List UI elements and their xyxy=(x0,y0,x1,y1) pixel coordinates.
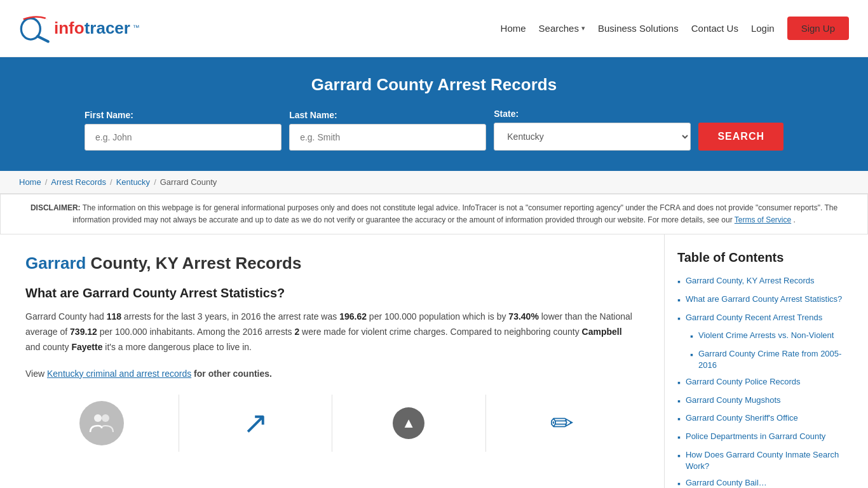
article-title: Garrard County, KY Arrest Records xyxy=(25,254,639,273)
first-name-input[interactable] xyxy=(85,124,281,151)
searches-chevron-icon: ▾ xyxy=(581,24,585,32)
header: infotracer ™ Home Searches ▾ Business So… xyxy=(0,0,868,57)
body-text-8: it's a more dangerous place to live in. xyxy=(102,342,252,352)
svg-point-2 xyxy=(94,414,102,422)
toc-link-10[interactable]: How Does Garrard County Inmate Search Wo… xyxy=(686,449,855,472)
body-text-2: arrests for the last 3 years, in 2016 th… xyxy=(121,311,339,322)
state-label: State: xyxy=(494,109,691,119)
county2: Fayette xyxy=(71,342,102,352)
toc-link-4[interactable]: Violent Crime Arrests vs. Non-Violent xyxy=(698,330,834,341)
breadcrumb-bar: Home / Arrest Records / Kentucky / Garra… xyxy=(0,171,868,194)
toc-link-5[interactable]: Garrard County Crime Rate from 2005-2016 xyxy=(698,348,855,371)
page-title: Garrard County Arrest Records xyxy=(19,75,849,95)
toc-link-3[interactable]: Garrard County Recent Arrest Trends xyxy=(686,312,822,323)
pencil-icon: ✏ xyxy=(540,401,585,445)
disclaimer: DISCLAIMER: The information on this webp… xyxy=(0,194,868,234)
toc-link-9[interactable]: Police Departments in Garrard County xyxy=(686,431,825,442)
body-text-1: Garrard County had xyxy=(25,311,107,322)
body-text-7: and county xyxy=(25,342,71,352)
breadcrumb-current: Garrard County xyxy=(160,177,217,187)
icon-cell-1 xyxy=(25,395,179,452)
arrow-up-icon: ↗ xyxy=(233,401,278,445)
first-name-group: First Name: xyxy=(85,110,281,151)
percent: 73.40% xyxy=(508,311,538,322)
search-button[interactable]: SEARCH xyxy=(698,123,783,151)
body-text-6: were made for violent crime charges. Com… xyxy=(299,327,581,337)
view-link-paragraph: View Kentucky criminal and arrest record… xyxy=(25,367,639,382)
svg-line-1 xyxy=(37,36,48,41)
rate1: 196.62 xyxy=(339,311,367,322)
breadcrumb-sep-1: / xyxy=(45,177,48,187)
icon-row: ↗ ▲ ✏ xyxy=(25,395,639,452)
logo[interactable]: infotracer ™ xyxy=(19,13,140,44)
table-of-contents: Table of Contents Garrard County, KY Arr… xyxy=(665,234,868,488)
disclaimer-tos-link[interactable]: Terms of Service xyxy=(735,215,791,224)
logo-info: infotracer xyxy=(54,18,130,37)
hero-section: Garrard County Arrest Records First Name… xyxy=(0,57,868,171)
toc-item-6: Garrard County Police Records xyxy=(677,376,855,390)
article-subtitle: What are Garrard County Arrest Statistic… xyxy=(25,286,639,301)
view-text-1: View xyxy=(25,369,47,379)
scroll-top-button[interactable]: ▲ xyxy=(393,407,424,439)
nav-login[interactable]: Login xyxy=(751,23,775,34)
arrests-count: 118 xyxy=(107,311,121,322)
toc-link-7[interactable]: Garrard County Mugshots xyxy=(686,395,781,406)
view-text-2: for other counties. xyxy=(191,369,272,379)
disclaimer-end: . xyxy=(794,215,796,224)
kentucky-records-link[interactable]: Kentucky criminal and arrest records xyxy=(47,369,191,379)
toc-item-1: Garrard County, KY Arrest Records xyxy=(677,275,855,288)
people-icon xyxy=(79,401,124,445)
toc-item-2: What are Garrard County Arrest Statistic… xyxy=(677,294,855,307)
article-body-paragraph: Garrard County had 118 arrests for the l… xyxy=(25,309,639,355)
breadcrumb-arrest-records[interactable]: Arrest Records xyxy=(51,177,106,187)
last-name-group: Last Name: xyxy=(289,110,486,151)
toc-item-7: Garrard County Mugshots xyxy=(677,395,855,408)
nav-signup[interactable]: Sign Up xyxy=(787,17,849,40)
svg-point-3 xyxy=(102,414,109,422)
toc-link-2[interactable]: What are Garrard County Arrest Statistic… xyxy=(686,294,842,305)
toc-item-3: Garrard County Recent Arrest Trends xyxy=(677,312,855,325)
icon-cell-4: ✏ xyxy=(486,395,639,452)
main-nav: Home Searches ▾ Business Solutions Conta… xyxy=(501,17,849,40)
article-title-rest: County, KY Arrest Records xyxy=(86,254,301,273)
toc-item-5: Garrard County Crime Rate from 2005-2016 xyxy=(677,348,855,371)
breadcrumb-sep-3: / xyxy=(154,177,156,187)
breadcrumb-kentucky[interactable]: Kentucky xyxy=(116,177,150,187)
nav-searches[interactable]: Searches ▾ xyxy=(539,23,585,34)
body-text-3: per 100.000 population which is by xyxy=(367,311,508,322)
disclaimer-text: The information on this webpage is for g… xyxy=(72,203,837,224)
search-form: First Name: Last Name: State: Kentucky A… xyxy=(85,109,783,151)
toc-link-11[interactable]: Garrard County Bail… xyxy=(686,477,767,488)
body-text-5: per 100.000 inhabitants. Among the 2016 … xyxy=(97,327,295,337)
breadcrumb-sep-2: / xyxy=(110,177,112,187)
state-select[interactable]: Kentucky Alabama Alaska Arizona Arkansas… xyxy=(494,123,691,151)
breadcrumb: Home / Arrest Records / Kentucky / Garra… xyxy=(19,177,849,187)
nav-contact-us[interactable]: Contact Us xyxy=(691,23,738,34)
toc-item-8: Garrard County Sheriff's Office xyxy=(677,412,855,426)
toc-item-4: Violent Crime Arrests vs. Non-Violent xyxy=(677,330,855,343)
first-name-label: First Name: xyxy=(85,110,281,120)
breadcrumb-home[interactable]: Home xyxy=(19,177,41,187)
icon-cell-3: ▲ xyxy=(332,395,486,452)
toc-list: Garrard County, KY Arrest Records What a… xyxy=(677,275,855,488)
toc-link-6[interactable]: Garrard County Police Records xyxy=(686,376,801,388)
main-content: Garrard County, KY Arrest Records What a… xyxy=(0,234,868,488)
article-content: Garrard County, KY Arrest Records What a… xyxy=(0,234,665,488)
toc-item-11: Garrard County Bail… xyxy=(677,477,855,488)
county1: Campbell xyxy=(582,327,622,337)
disclaimer-bold: DISCLAIMER: xyxy=(31,203,81,212)
nav-business-solutions[interactable]: Business Solutions xyxy=(598,23,679,34)
icon-cell-2: ↗ xyxy=(179,395,333,452)
logo-icon xyxy=(19,13,51,44)
article-title-highlight: Garrard xyxy=(25,254,86,273)
rate2: 739.12 xyxy=(70,327,97,337)
toc-link-1[interactable]: Garrard County, KY Arrest Records xyxy=(686,275,815,287)
last-name-label: Last Name: xyxy=(289,110,486,120)
toc-item-9: Police Departments in Garrard County xyxy=(677,431,855,444)
toc-item-10: How Does Garrard County Inmate Search Wo… xyxy=(677,449,855,472)
state-group: State: Kentucky Alabama Alaska Arizona A… xyxy=(494,109,691,151)
toc-title: Table of Contents xyxy=(677,250,855,265)
last-name-input[interactable] xyxy=(289,124,486,151)
toc-link-8[interactable]: Garrard County Sheriff's Office xyxy=(686,412,798,424)
nav-home[interactable]: Home xyxy=(501,23,526,34)
